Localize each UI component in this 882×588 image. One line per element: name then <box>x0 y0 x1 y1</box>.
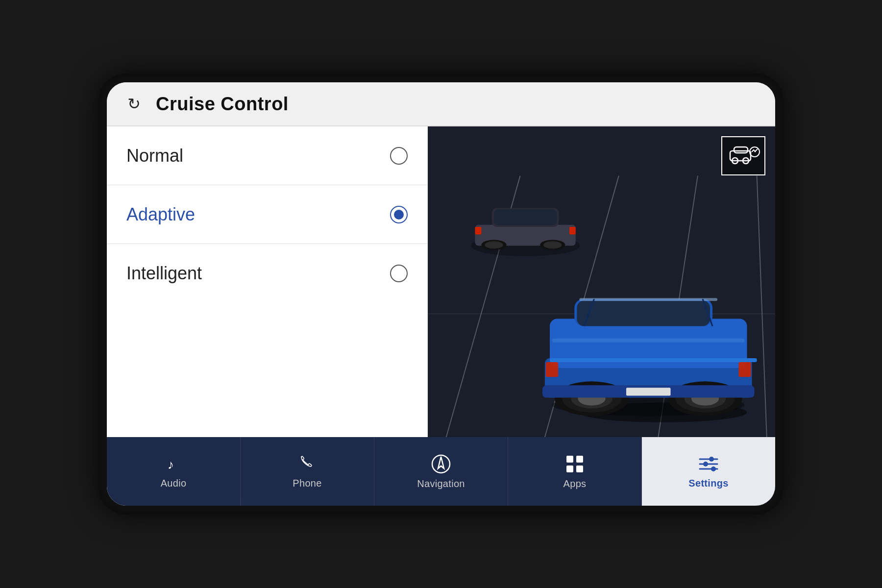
svg-point-56 <box>703 462 708 466</box>
header: ↺ Cruise Control <box>107 82 775 126</box>
option-adaptive[interactable]: Adaptive <box>107 185 427 244</box>
nav-item-apps[interactable]: Apps <box>508 437 642 506</box>
svg-rect-32 <box>738 362 751 377</box>
nav-bar: ♪ Audio Phone Navigation <box>107 437 775 506</box>
device-bezel: ↺ Cruise Control Normal Adaptive <box>98 74 784 514</box>
option-adaptive-label: Adaptive <box>126 204 195 225</box>
svg-rect-34 <box>552 339 744 343</box>
nav-label-audio: Audio <box>161 478 187 489</box>
back-icon: ↺ <box>127 95 141 113</box>
svg-rect-51 <box>576 466 583 472</box>
svg-rect-21 <box>577 300 710 326</box>
apps-icon <box>564 454 585 474</box>
option-normal[interactable]: Normal <box>107 126 427 185</box>
options-panel: Normal Adaptive Intelligent <box>107 126 428 437</box>
option-intelligent-radio[interactable] <box>390 265 408 282</box>
nav-label-navigation: Navigation <box>417 478 465 490</box>
page-title: Cruise Control <box>156 94 289 115</box>
svg-point-11 <box>485 241 503 248</box>
back-button[interactable]: ↺ <box>122 92 146 116</box>
nav-item-navigation[interactable]: Navigation <box>374 437 508 506</box>
svg-text:♪: ♪ <box>168 457 174 472</box>
cruise-control-icon-box <box>721 136 765 175</box>
audio-icon: ♪ <box>164 454 183 474</box>
svg-point-55 <box>709 457 714 462</box>
nav-item-phone[interactable]: Phone <box>241 437 374 506</box>
svg-rect-50 <box>566 466 573 472</box>
svg-rect-40 <box>734 147 748 153</box>
main-content: Normal Adaptive Intelligent <box>107 126 775 437</box>
car-scene <box>428 126 775 437</box>
svg-rect-22 <box>550 358 757 362</box>
svg-point-57 <box>711 466 716 471</box>
svg-rect-33 <box>579 298 717 301</box>
phone-icon <box>297 454 317 474</box>
nav-item-settings[interactable]: Settings <box>642 437 775 506</box>
navigation-icon <box>431 454 451 474</box>
option-intelligent[interactable]: Intelligent <box>107 244 427 303</box>
svg-rect-49 <box>576 456 583 463</box>
svg-rect-15 <box>569 227 576 234</box>
radio-inner-dot <box>394 210 404 220</box>
nav-label-phone: Phone <box>293 478 321 489</box>
option-normal-label: Normal <box>126 146 183 166</box>
option-adaptive-radio[interactable] <box>390 206 408 223</box>
svg-marker-47 <box>438 457 444 468</box>
car-illustration-panel <box>428 126 775 437</box>
svg-rect-14 <box>475 227 481 234</box>
svg-rect-31 <box>546 362 558 377</box>
screen: ↺ Cruise Control Normal Adaptive <box>107 82 775 506</box>
nav-label-settings: Settings <box>688 478 728 489</box>
svg-rect-16 <box>494 209 557 225</box>
nav-item-audio[interactable]: ♪ Audio <box>107 437 241 506</box>
svg-rect-48 <box>566 456 573 463</box>
svg-rect-38 <box>626 388 671 395</box>
option-intelligent-label: Intelligent <box>126 263 202 284</box>
svg-point-13 <box>543 241 562 248</box>
settings-icon <box>698 454 719 474</box>
cruise-control-icon <box>726 141 760 171</box>
option-normal-radio[interactable] <box>390 147 408 165</box>
nav-label-apps: Apps <box>564 478 587 490</box>
